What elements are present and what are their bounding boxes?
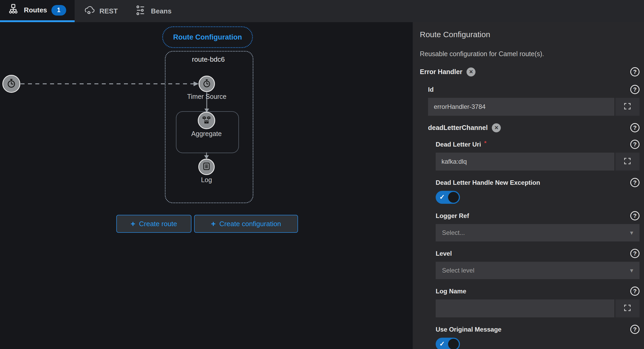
handle-new-exception-label-row: Dead Letter Handle New Exception ? bbox=[436, 178, 640, 187]
dead-letter-channel-row: deadLetterChannel ✕ ? bbox=[428, 123, 640, 132]
dead-letter-uri-field-row bbox=[436, 153, 640, 171]
tab-bar: Routes 1 REST Beans bbox=[0, 0, 644, 22]
toggle-knob bbox=[448, 192, 459, 203]
stopwatch-icon bbox=[6, 78, 17, 90]
aggregate-node[interactable] bbox=[198, 112, 215, 129]
external-timer-node[interactable] bbox=[2, 75, 20, 93]
dead-letter-uri-label-row: Dead Letter Uri * ? bbox=[436, 140, 640, 149]
tab-rest[interactable]: REST bbox=[75, 0, 127, 22]
aggregate-envelopes-icon bbox=[201, 115, 212, 126]
handle-new-exception-label: Dead Letter Handle New Exception bbox=[436, 179, 540, 186]
log-document-icon bbox=[202, 162, 211, 172]
handle-new-exception-help-icon[interactable]: ? bbox=[630, 178, 640, 187]
level-select[interactable]: Select level ▾ bbox=[436, 262, 640, 279]
chevron-down-icon: ▾ bbox=[630, 229, 633, 236]
expand-icon bbox=[623, 304, 632, 313]
log-name-input[interactable] bbox=[436, 299, 614, 317]
error-handler-label: Error Handler bbox=[420, 68, 462, 76]
expand-icon bbox=[623, 157, 632, 166]
cloud-gear-icon bbox=[84, 4, 95, 18]
logger-ref-label-row: Logger Ref ? bbox=[436, 211, 640, 220]
log-name-field-row bbox=[436, 299, 640, 317]
route-configuration-panel: Route Configuration Reusable configurati… bbox=[413, 22, 644, 349]
use-original-message-label: Use Original Message bbox=[436, 326, 501, 333]
dead-letter-uri-expand-button[interactable] bbox=[614, 153, 640, 171]
create-route-button[interactable]: + Create route bbox=[116, 215, 191, 233]
id-label: Id bbox=[428, 86, 434, 93]
dead-letter-uri-input[interactable] bbox=[436, 153, 614, 171]
app-window: Routes 1 REST Beans bbox=[0, 0, 644, 349]
logger-ref-placeholder: Select... bbox=[442, 229, 465, 236]
route-canvas[interactable]: Route Configuration route-bdc6 bbox=[0, 22, 413, 349]
handle-new-exception-toggle[interactable]: ✓ bbox=[436, 191, 460, 204]
use-original-message-help-icon[interactable]: ? bbox=[630, 325, 640, 334]
routes-count-badge: 1 bbox=[51, 5, 66, 16]
remove-error-handler-button[interactable]: ✕ bbox=[467, 67, 475, 76]
beans-sliders-icon bbox=[136, 5, 147, 18]
log-name-label-row: Log Name ? bbox=[436, 287, 640, 296]
tab-routes-label: Routes bbox=[24, 6, 47, 14]
level-placeholder: Select level bbox=[442, 267, 474, 274]
dead-letter-uri-help-icon[interactable]: ? bbox=[630, 140, 640, 149]
tab-beans[interactable]: Beans bbox=[127, 0, 180, 22]
log-name-expand-button[interactable] bbox=[614, 299, 640, 317]
log-label: Log bbox=[201, 176, 212, 184]
dead-letter-uri-label: Dead Letter Uri bbox=[436, 141, 481, 148]
expand-icon bbox=[623, 102, 632, 112]
level-label: Level bbox=[436, 250, 452, 257]
timer-source-label: Timer Source bbox=[187, 93, 226, 100]
id-input[interactable] bbox=[428, 98, 614, 116]
create-route-button-label: Create route bbox=[139, 220, 177, 228]
create-configuration-button-label: Create configuration bbox=[219, 220, 281, 228]
log-node[interactable] bbox=[198, 159, 215, 175]
tab-beans-label: Beans bbox=[151, 7, 171, 15]
log-name-label: Log Name bbox=[436, 288, 466, 295]
aggregate-label: Aggregate bbox=[191, 130, 222, 138]
panel-subtitle: Reusable configuration for Camel route(s… bbox=[420, 50, 640, 58]
toggle-knob bbox=[448, 339, 459, 349]
stopwatch-icon bbox=[202, 78, 212, 89]
id-help-icon[interactable]: ? bbox=[630, 85, 640, 94]
tab-routes[interactable]: Routes 1 bbox=[0, 0, 75, 22]
remove-dead-letter-channel-button[interactable]: ✕ bbox=[492, 123, 501, 132]
dead-letter-channel-label: deadLetterChannel bbox=[428, 124, 488, 132]
error-handler-help-icon[interactable]: ? bbox=[630, 67, 640, 76]
logger-ref-select[interactable]: Select... ▾ bbox=[436, 224, 640, 241]
check-icon: ✓ bbox=[439, 193, 445, 201]
id-label-row: Id ? bbox=[428, 85, 640, 94]
log-name-help-icon[interactable]: ? bbox=[630, 287, 640, 296]
tab-rest-label: REST bbox=[99, 7, 118, 15]
routes-sitemap-icon bbox=[8, 4, 20, 17]
timer-source-node[interactable] bbox=[199, 76, 215, 92]
logger-ref-label: Logger Ref bbox=[436, 212, 469, 220]
plus-icon: + bbox=[211, 220, 216, 228]
logger-ref-help-icon[interactable]: ? bbox=[630, 211, 640, 220]
level-help-icon[interactable]: ? bbox=[630, 249, 640, 258]
use-original-message-label-row: Use Original Message ? bbox=[436, 325, 640, 334]
error-handler-row: Error Handler ✕ ? bbox=[420, 67, 640, 76]
plus-icon: + bbox=[131, 220, 135, 228]
dead-letter-channel-help-icon[interactable]: ? bbox=[630, 123, 640, 132]
id-field-row bbox=[428, 98, 640, 116]
edge-connectors bbox=[0, 22, 413, 349]
check-icon: ✓ bbox=[439, 340, 445, 348]
required-marker: * bbox=[484, 140, 487, 147]
create-configuration-button[interactable]: + Create configuration bbox=[194, 215, 298, 233]
panel-title: Route Configuration bbox=[420, 30, 640, 39]
chevron-down-icon: ▾ bbox=[630, 267, 633, 274]
level-label-row: Level ? bbox=[436, 249, 640, 258]
id-expand-button[interactable] bbox=[614, 98, 640, 116]
use-original-message-toggle[interactable]: ✓ bbox=[436, 338, 460, 349]
